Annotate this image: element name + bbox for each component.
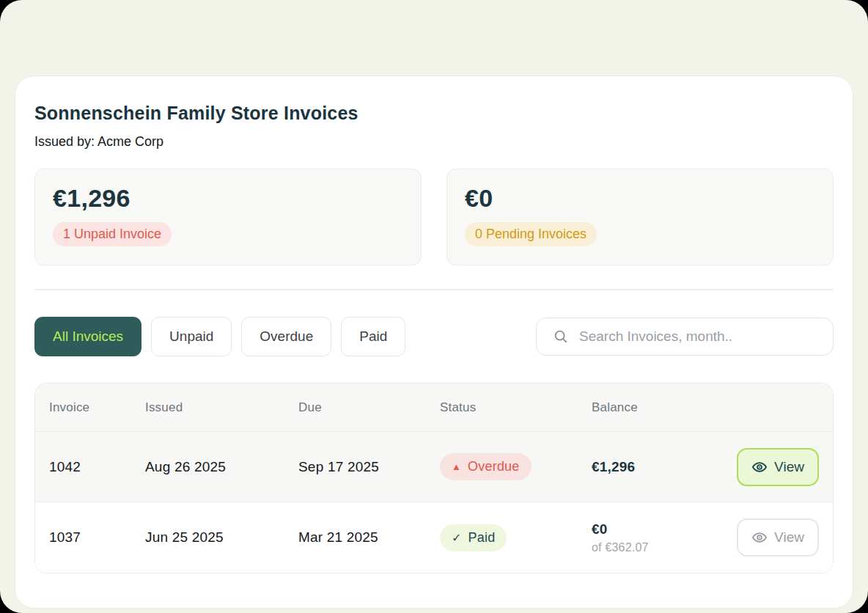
filter-tab-all-invoices[interactable]: All Invoices [34, 317, 141, 356]
balance-amount: €0 [592, 521, 735, 537]
status-badge-overdue: ▲ Overdue [440, 453, 532, 480]
view-button-label: View [774, 529, 804, 546]
page-title: Sonnenschein Family Store Invoices [34, 103, 834, 124]
status-badge-paid: ✓ Paid [440, 524, 507, 551]
view-button-label: View [774, 459, 804, 475]
balance-cell: €0 of €362.07 [592, 521, 735, 554]
stats-row: €1,296 1 Unpaid Invoice €0 0 Pending Inv… [34, 169, 834, 265]
due-date: Sep 17 2025 [298, 459, 440, 475]
view-invoice-button[interactable]: View [737, 448, 819, 486]
filter-tab-unpaid[interactable]: Unpaid [151, 317, 232, 356]
filter-search-row: All Invoices Unpaid Overdue Paid [34, 317, 834, 356]
column-header-balance: Balance [592, 400, 735, 415]
invoices-panel: Sonnenschein Family Store Invoices Issue… [15, 76, 853, 609]
column-header-status: Status [440, 400, 592, 415]
checkmark-icon: ✓ [452, 531, 462, 545]
pending-total-amount: €0 [465, 184, 815, 213]
unpaid-total-card: €1,296 1 Unpaid Invoice [34, 169, 422, 265]
status-cell: ▲ Overdue [440, 453, 592, 480]
column-header-due: Due [298, 400, 440, 415]
balance-amount: €1,296 [592, 459, 735, 475]
app-screen: Sonnenschein Family Store Invoices Issue… [0, 0, 868, 613]
filter-tab-overdue[interactable]: Overdue [241, 317, 331, 356]
column-header-issued: Issued [145, 400, 298, 415]
eye-icon [751, 529, 768, 546]
unpaid-total-amount: €1,296 [53, 184, 403, 213]
status-label: Paid [468, 530, 496, 546]
issued-date: Aug 26 2025 [145, 459, 298, 475]
status-cell: ✓ Paid [440, 524, 592, 551]
invoice-number: 1042 [49, 459, 145, 475]
eye-icon [751, 459, 768, 475]
search-box[interactable] [536, 317, 834, 356]
pending-count-badge: 0 Pending Invoices [465, 222, 597, 246]
invoice-table: Invoice Issued Due Status Balance 1042 A… [34, 383, 834, 573]
filter-tab-paid[interactable]: Paid [341, 317, 405, 356]
actions-cell: View [735, 518, 819, 557]
issued-date: Jun 25 2025 [145, 529, 298, 546]
balance-cell: €1,296 [592, 459, 735, 475]
issued-by-subtitle: Issued by: Acme Corp [34, 134, 834, 150]
balance-of-total: of €362.07 [592, 541, 735, 554]
search-icon [553, 328, 569, 345]
invoice-number: 1037 [49, 529, 145, 546]
table-row-invoice-1042: 1042 Aug 26 2025 Sep 17 2025 ▲ Overdue €… [35, 432, 833, 502]
due-date: Mar 21 2025 [298, 529, 440, 546]
status-label: Overdue [468, 459, 519, 474]
unpaid-count-badge: 1 Unpaid Invoice [53, 222, 172, 246]
column-header-invoice: Invoice [49, 400, 145, 415]
actions-cell: View [735, 448, 819, 486]
warning-triangle-icon: ▲ [452, 461, 461, 472]
pending-total-card: €0 0 Pending Invoices [446, 169, 834, 265]
search-input[interactable] [579, 328, 820, 345]
view-invoice-button[interactable]: View [737, 518, 819, 557]
table-row-invoice-1037: 1037 Jun 25 2025 Mar 21 2025 ✓ Paid €0 o… [35, 502, 833, 573]
table-header-row: Invoice Issued Due Status Balance [35, 383, 833, 432]
section-divider [34, 289, 834, 290]
